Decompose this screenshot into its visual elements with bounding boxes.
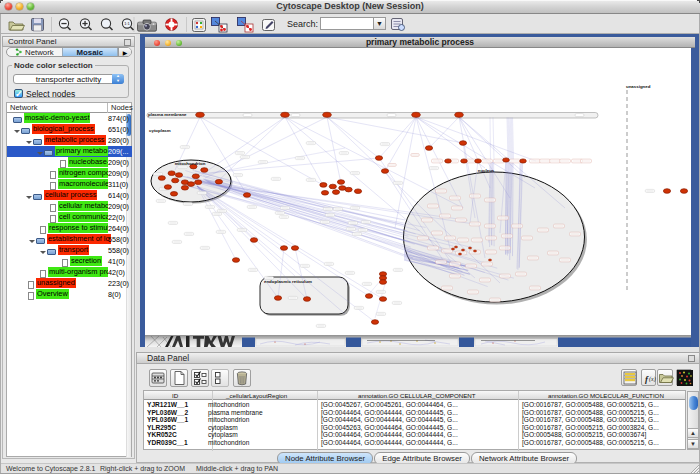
svg-text:cytoplasm: cytoplasm: [149, 128, 171, 133]
svg-text:plasma membrane: plasma membrane: [148, 112, 187, 117]
svg-text:unassigned: unassigned: [626, 84, 651, 89]
svg-text:1:1: 1:1: [124, 21, 130, 26]
svg-text:mitochondrion: mitochondrion: [175, 161, 206, 166]
svg-text:(x): (x): [649, 376, 656, 383]
svg-text:endoplasmic reticulum: endoplasmic reticulum: [264, 279, 312, 284]
svg-text:nucleus: nucleus: [478, 168, 495, 173]
